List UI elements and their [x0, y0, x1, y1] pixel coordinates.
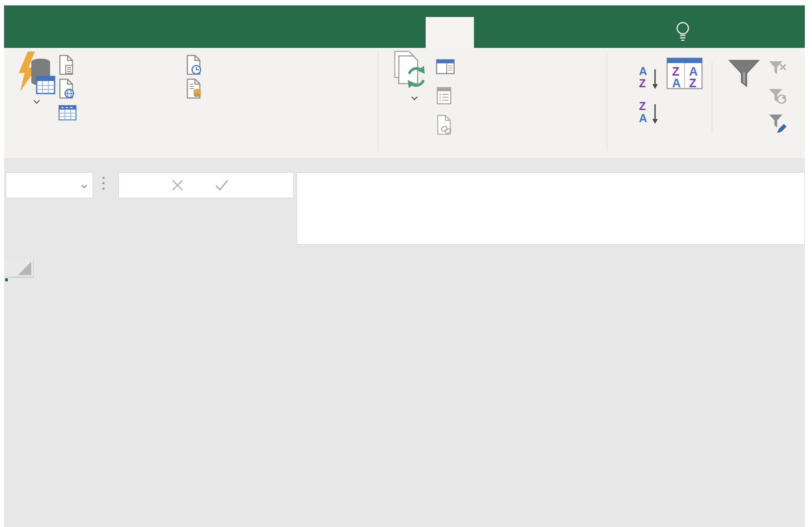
spreadsheet-grid — [4, 251, 805, 527]
group-separator — [378, 52, 378, 151]
svg-text:Z: Z — [639, 100, 646, 112]
group-separator — [607, 52, 607, 151]
get-data-button[interactable] — [11, 51, 59, 103]
column-header-row — [4, 259, 805, 277]
formula-row — [4, 159, 805, 251]
from-text-csv-icon — [58, 55, 74, 75]
drag-handle-dots-icon[interactable] — [102, 177, 105, 190]
formula-bar-input[interactable] — [296, 172, 805, 245]
advanced-filter-button[interactable] — [768, 112, 794, 133]
ribbon: A Z Z A Z A A Z — [4, 48, 805, 159]
get-data-icon — [14, 51, 55, 101]
inner-separator — [712, 61, 712, 132]
sort-descending-button[interactable]: Z A — [639, 100, 659, 127]
from-web-icon — [58, 78, 74, 99]
properties-icon — [436, 86, 452, 105]
from-table-range-button[interactable] — [58, 102, 81, 123]
svg-text:Z: Z — [689, 76, 697, 90]
from-table-range-icon — [58, 103, 77, 122]
tab-data-active[interactable] — [426, 17, 474, 48]
edit-links-button[interactable] — [436, 114, 458, 136]
chevron-down-icon — [81, 183, 87, 188]
reapply-filter-icon — [768, 87, 787, 105]
sort-button[interactable]: Z A A Z — [661, 57, 708, 100]
select-all-triangle-icon — [18, 262, 31, 275]
sort-dialog-icon: Z A A Z — [666, 57, 703, 90]
reapply-filter-button[interactable] — [768, 85, 792, 106]
queries-connections-icon — [436, 59, 455, 75]
fill-handle[interactable] — [4, 277, 9, 282]
svg-text:A: A — [639, 112, 647, 124]
sort-ascending-button[interactable]: A Z — [639, 65, 659, 92]
svg-text:Z: Z — [639, 77, 646, 89]
svg-text:A: A — [639, 65, 647, 77]
title-bar — [4, 5, 805, 48]
clear-filter-button[interactable] — [768, 57, 792, 79]
lightbulb-icon — [675, 21, 691, 47]
recent-sources-icon — [186, 55, 202, 75]
refresh-all-button[interactable] — [388, 51, 438, 99]
edit-links-icon — [436, 115, 454, 135]
queries-connections-button[interactable] — [436, 56, 459, 78]
properties-button[interactable] — [436, 85, 457, 106]
select-all-button[interactable] — [4, 259, 34, 277]
filter-button[interactable] — [722, 57, 766, 100]
svg-text:A: A — [672, 76, 681, 90]
formula-buttons — [118, 172, 294, 198]
from-web-button[interactable] — [58, 78, 79, 99]
sort-az-icon: A Z — [639, 65, 659, 90]
enter-check-icon[interactable] — [215, 179, 228, 191]
refresh-all-icon — [393, 51, 432, 97]
advanced-filter-icon — [768, 112, 789, 133]
name-box[interactable] — [6, 172, 93, 198]
existing-connections-icon — [186, 78, 202, 99]
existing-connections-button[interactable] — [186, 78, 206, 99]
from-text-csv-button[interactable] — [58, 54, 79, 76]
recent-sources-button[interactable] — [186, 54, 206, 76]
clear-filter-icon — [768, 59, 787, 77]
filter-icon — [727, 57, 761, 92]
sort-za-icon: Z A — [639, 100, 659, 125]
cancel-icon[interactable] — [172, 179, 183, 191]
